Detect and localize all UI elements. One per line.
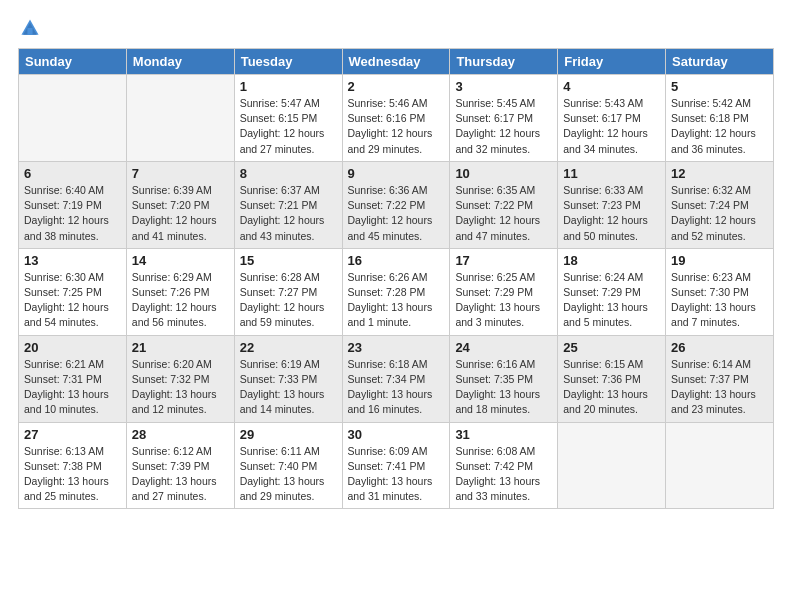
calendar-cell: 12Sunrise: 6:32 AM Sunset: 7:24 PM Dayli… <box>666 161 774 248</box>
day-number: 10 <box>455 166 552 181</box>
calendar-cell: 6Sunrise: 6:40 AM Sunset: 7:19 PM Daylig… <box>19 161 127 248</box>
day-info: Sunrise: 6:11 AM Sunset: 7:40 PM Dayligh… <box>240 444 337 505</box>
weekday-header-thursday: Thursday <box>450 49 558 75</box>
calendar-cell: 8Sunrise: 6:37 AM Sunset: 7:21 PM Daylig… <box>234 161 342 248</box>
day-info: Sunrise: 6:40 AM Sunset: 7:19 PM Dayligh… <box>24 183 121 244</box>
day-number: 29 <box>240 427 337 442</box>
weekday-header-sunday: Sunday <box>19 49 127 75</box>
day-info: Sunrise: 5:45 AM Sunset: 6:17 PM Dayligh… <box>455 96 552 157</box>
day-number: 5 <box>671 79 768 94</box>
day-info: Sunrise: 6:16 AM Sunset: 7:35 PM Dayligh… <box>455 357 552 418</box>
day-number: 1 <box>240 79 337 94</box>
day-number: 23 <box>348 340 445 355</box>
calendar-cell: 30Sunrise: 6:09 AM Sunset: 7:41 PM Dayli… <box>342 422 450 509</box>
week-row-4: 20Sunrise: 6:21 AM Sunset: 7:31 PM Dayli… <box>19 335 774 422</box>
day-number: 21 <box>132 340 229 355</box>
day-info: Sunrise: 6:15 AM Sunset: 7:36 PM Dayligh… <box>563 357 660 418</box>
logo-icon <box>18 16 42 40</box>
day-number: 25 <box>563 340 660 355</box>
day-info: Sunrise: 6:32 AM Sunset: 7:24 PM Dayligh… <box>671 183 768 244</box>
calendar-cell: 26Sunrise: 6:14 AM Sunset: 7:37 PM Dayli… <box>666 335 774 422</box>
day-info: Sunrise: 6:30 AM Sunset: 7:25 PM Dayligh… <box>24 270 121 331</box>
day-number: 9 <box>348 166 445 181</box>
calendar-cell: 25Sunrise: 6:15 AM Sunset: 7:36 PM Dayli… <box>558 335 666 422</box>
week-row-5: 27Sunrise: 6:13 AM Sunset: 7:38 PM Dayli… <box>19 422 774 509</box>
day-info: Sunrise: 5:46 AM Sunset: 6:16 PM Dayligh… <box>348 96 445 157</box>
calendar-cell <box>19 75 127 162</box>
calendar-cell: 4Sunrise: 5:43 AM Sunset: 6:17 PM Daylig… <box>558 75 666 162</box>
calendar-cell: 31Sunrise: 6:08 AM Sunset: 7:42 PM Dayli… <box>450 422 558 509</box>
day-info: Sunrise: 6:13 AM Sunset: 7:38 PM Dayligh… <box>24 444 121 505</box>
day-number: 2 <box>348 79 445 94</box>
week-row-2: 6Sunrise: 6:40 AM Sunset: 7:19 PM Daylig… <box>19 161 774 248</box>
day-info: Sunrise: 6:29 AM Sunset: 7:26 PM Dayligh… <box>132 270 229 331</box>
weekday-header-tuesday: Tuesday <box>234 49 342 75</box>
day-info: Sunrise: 6:25 AM Sunset: 7:29 PM Dayligh… <box>455 270 552 331</box>
calendar-cell: 28Sunrise: 6:12 AM Sunset: 7:39 PM Dayli… <box>126 422 234 509</box>
day-info: Sunrise: 6:36 AM Sunset: 7:22 PM Dayligh… <box>348 183 445 244</box>
calendar-cell: 20Sunrise: 6:21 AM Sunset: 7:31 PM Dayli… <box>19 335 127 422</box>
day-info: Sunrise: 5:43 AM Sunset: 6:17 PM Dayligh… <box>563 96 660 157</box>
calendar-cell: 24Sunrise: 6:16 AM Sunset: 7:35 PM Dayli… <box>450 335 558 422</box>
day-info: Sunrise: 6:26 AM Sunset: 7:28 PM Dayligh… <box>348 270 445 331</box>
calendar-cell: 11Sunrise: 6:33 AM Sunset: 7:23 PM Dayli… <box>558 161 666 248</box>
day-info: Sunrise: 6:35 AM Sunset: 7:22 PM Dayligh… <box>455 183 552 244</box>
day-info: Sunrise: 6:37 AM Sunset: 7:21 PM Dayligh… <box>240 183 337 244</box>
calendar-cell: 13Sunrise: 6:30 AM Sunset: 7:25 PM Dayli… <box>19 248 127 335</box>
day-info: Sunrise: 6:39 AM Sunset: 7:20 PM Dayligh… <box>132 183 229 244</box>
day-number: 7 <box>132 166 229 181</box>
day-number: 15 <box>240 253 337 268</box>
calendar-cell <box>666 422 774 509</box>
calendar-cell: 19Sunrise: 6:23 AM Sunset: 7:30 PM Dayli… <box>666 248 774 335</box>
day-number: 12 <box>671 166 768 181</box>
day-number: 4 <box>563 79 660 94</box>
calendar-cell: 14Sunrise: 6:29 AM Sunset: 7:26 PM Dayli… <box>126 248 234 335</box>
day-info: Sunrise: 6:12 AM Sunset: 7:39 PM Dayligh… <box>132 444 229 505</box>
calendar-cell: 1Sunrise: 5:47 AM Sunset: 6:15 PM Daylig… <box>234 75 342 162</box>
calendar-cell: 15Sunrise: 6:28 AM Sunset: 7:27 PM Dayli… <box>234 248 342 335</box>
day-number: 22 <box>240 340 337 355</box>
logo <box>18 16 46 40</box>
day-info: Sunrise: 6:14 AM Sunset: 7:37 PM Dayligh… <box>671 357 768 418</box>
day-number: 13 <box>24 253 121 268</box>
calendar-cell: 2Sunrise: 5:46 AM Sunset: 6:16 PM Daylig… <box>342 75 450 162</box>
week-row-1: 1Sunrise: 5:47 AM Sunset: 6:15 PM Daylig… <box>19 75 774 162</box>
day-number: 17 <box>455 253 552 268</box>
calendar-cell: 27Sunrise: 6:13 AM Sunset: 7:38 PM Dayli… <box>19 422 127 509</box>
day-number: 11 <box>563 166 660 181</box>
week-row-3: 13Sunrise: 6:30 AM Sunset: 7:25 PM Dayli… <box>19 248 774 335</box>
day-number: 31 <box>455 427 552 442</box>
day-info: Sunrise: 6:08 AM Sunset: 7:42 PM Dayligh… <box>455 444 552 505</box>
day-info: Sunrise: 6:18 AM Sunset: 7:34 PM Dayligh… <box>348 357 445 418</box>
weekday-header-saturday: Saturday <box>666 49 774 75</box>
day-number: 16 <box>348 253 445 268</box>
day-number: 28 <box>132 427 229 442</box>
calendar-cell: 17Sunrise: 6:25 AM Sunset: 7:29 PM Dayli… <box>450 248 558 335</box>
day-info: Sunrise: 5:42 AM Sunset: 6:18 PM Dayligh… <box>671 96 768 157</box>
weekday-header-monday: Monday <box>126 49 234 75</box>
calendar-cell <box>126 75 234 162</box>
calendar-cell: 18Sunrise: 6:24 AM Sunset: 7:29 PM Dayli… <box>558 248 666 335</box>
day-number: 26 <box>671 340 768 355</box>
day-info: Sunrise: 6:23 AM Sunset: 7:30 PM Dayligh… <box>671 270 768 331</box>
day-number: 20 <box>24 340 121 355</box>
day-number: 6 <box>24 166 121 181</box>
svg-rect-2 <box>27 28 32 35</box>
day-number: 3 <box>455 79 552 94</box>
calendar-cell: 3Sunrise: 5:45 AM Sunset: 6:17 PM Daylig… <box>450 75 558 162</box>
calendar-cell: 23Sunrise: 6:18 AM Sunset: 7:34 PM Dayli… <box>342 335 450 422</box>
calendar-cell <box>558 422 666 509</box>
calendar-table: SundayMondayTuesdayWednesdayThursdayFrid… <box>18 48 774 509</box>
day-info: Sunrise: 6:24 AM Sunset: 7:29 PM Dayligh… <box>563 270 660 331</box>
calendar-cell: 7Sunrise: 6:39 AM Sunset: 7:20 PM Daylig… <box>126 161 234 248</box>
page: SundayMondayTuesdayWednesdayThursdayFrid… <box>0 0 792 612</box>
day-info: Sunrise: 6:09 AM Sunset: 7:41 PM Dayligh… <box>348 444 445 505</box>
day-info: Sunrise: 5:47 AM Sunset: 6:15 PM Dayligh… <box>240 96 337 157</box>
weekday-header-row: SundayMondayTuesdayWednesdayThursdayFrid… <box>19 49 774 75</box>
day-info: Sunrise: 6:28 AM Sunset: 7:27 PM Dayligh… <box>240 270 337 331</box>
weekday-header-wednesday: Wednesday <box>342 49 450 75</box>
day-info: Sunrise: 6:19 AM Sunset: 7:33 PM Dayligh… <box>240 357 337 418</box>
day-number: 19 <box>671 253 768 268</box>
day-info: Sunrise: 6:21 AM Sunset: 7:31 PM Dayligh… <box>24 357 121 418</box>
calendar-cell: 29Sunrise: 6:11 AM Sunset: 7:40 PM Dayli… <box>234 422 342 509</box>
